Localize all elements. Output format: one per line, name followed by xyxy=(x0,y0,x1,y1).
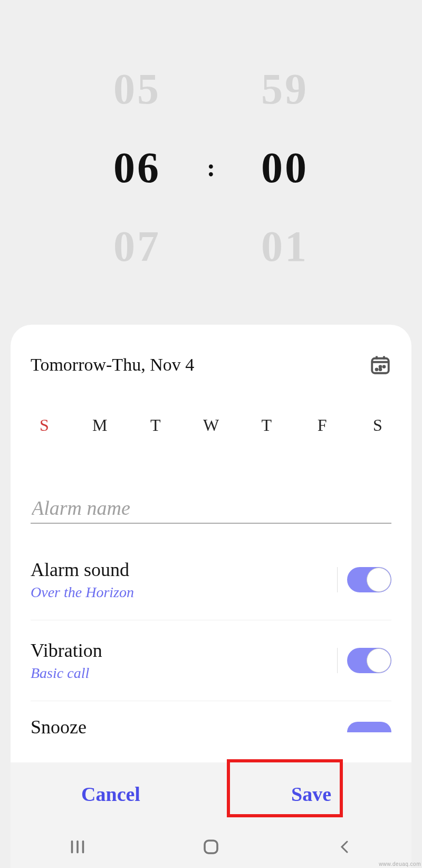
hour-selected[interactable]: 06 xyxy=(84,143,190,193)
vibration-title: Vibration xyxy=(31,639,102,662)
system-nav-bar xyxy=(11,826,411,868)
alarm-name-input[interactable] xyxy=(31,493,391,524)
cancel-button[interactable]: Cancel xyxy=(11,762,211,826)
alarm-sound-subtitle: Over the Horizon xyxy=(31,584,134,601)
snooze-row[interactable]: Snooze xyxy=(31,701,391,738)
date-label: Tomorrow-Thu, Nov 4 xyxy=(31,355,194,375)
minute-prev[interactable]: 59 xyxy=(232,64,338,114)
calendar-icon[interactable] xyxy=(369,354,391,376)
home-button[interactable] xyxy=(195,837,227,856)
divider xyxy=(337,648,338,673)
alarm-sound-title: Alarm sound xyxy=(31,559,134,581)
minute-next[interactable]: 01 xyxy=(232,222,338,271)
alarm-settings-card: Tomorrow-Thu, Nov 4 S M T W T F xyxy=(11,325,411,762)
back-button[interactable] xyxy=(329,837,360,856)
watermark: www.deuaq.com xyxy=(379,861,421,867)
snooze-title: Snooze xyxy=(31,716,87,738)
hour-next[interactable]: 07 xyxy=(84,222,190,271)
time-separator: : xyxy=(190,153,232,182)
vibration-toggle[interactable] xyxy=(347,648,391,673)
divider xyxy=(337,567,338,592)
day-saturday[interactable]: S xyxy=(367,416,388,435)
alarm-sound-toggle[interactable] xyxy=(347,567,391,592)
svg-point-6 xyxy=(376,369,378,370)
svg-point-4 xyxy=(380,366,381,367)
alarm-sound-row[interactable]: Alarm sound Over the Horizon xyxy=(31,540,391,620)
minute-selected[interactable]: 00 xyxy=(232,143,338,193)
recents-button[interactable] xyxy=(62,839,93,855)
day-friday[interactable]: F xyxy=(312,416,333,435)
hour-prev[interactable]: 05 xyxy=(84,64,190,114)
time-picker[interactable]: 05 : 59 06 : 00 07 : 01 xyxy=(11,0,411,325)
weekday-selector: S M T W T F S xyxy=(31,416,391,435)
day-wednesday[interactable]: W xyxy=(200,416,222,435)
vibration-row[interactable]: Vibration Basic call xyxy=(31,620,391,701)
vibration-subtitle: Basic call xyxy=(31,665,102,682)
day-monday[interactable]: M xyxy=(89,416,110,435)
svg-point-7 xyxy=(380,369,381,370)
day-tuesday[interactable]: T xyxy=(145,416,166,435)
save-button[interactable]: Save xyxy=(211,762,411,826)
day-sunday[interactable]: S xyxy=(34,416,55,435)
action-bar: Cancel Save xyxy=(11,762,411,826)
svg-rect-11 xyxy=(205,841,217,853)
day-thursday[interactable]: T xyxy=(256,416,277,435)
svg-point-5 xyxy=(383,366,385,367)
snooze-toggle[interactable] xyxy=(347,722,391,732)
